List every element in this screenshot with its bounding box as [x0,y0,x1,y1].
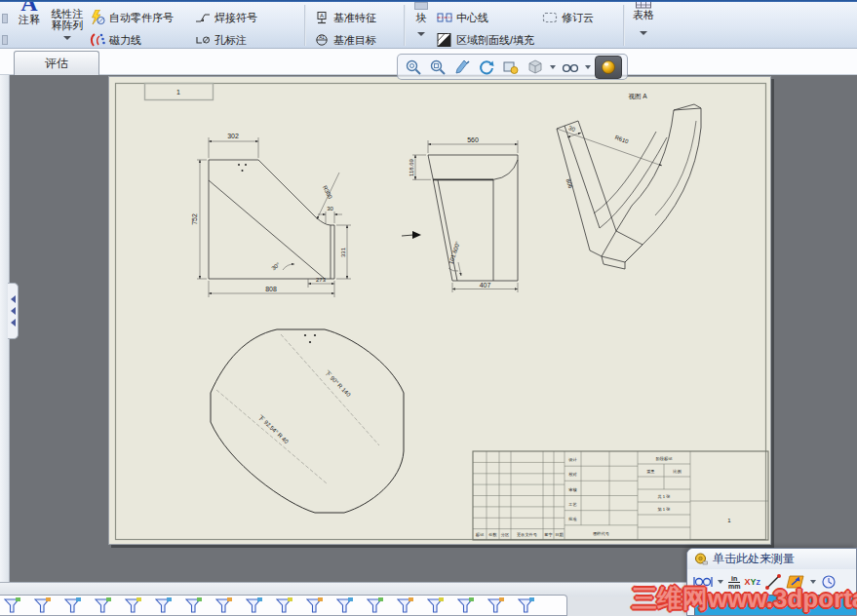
title-block-cell: 处数 [488,532,497,537]
rotate-view-icon [478,58,495,76]
revision-cloud-button[interactable]: 修订云 [542,8,594,27]
filter-funnel-icon[interactable] [185,597,202,615]
sheet-zone-label: 1 [176,89,180,96]
datum-target-button[interactable]: A1 基准目标 [314,30,376,49]
appearance-button[interactable] [595,56,622,79]
revision-cloud-icon [542,10,558,25]
display-style-button[interactable] [560,57,581,78]
selection-filter-toolbar [0,595,567,616]
zoom-area-button[interactable] [427,57,448,78]
datum-feature-icon: A [314,10,330,25]
drawing-view-a[interactable]: 视图 A R610 30 806 [557,93,701,269]
block-icon [414,2,428,10]
centerline-icon [437,10,452,25]
ribbon-separator [623,5,625,46]
title-block-cell: 更改文件号 [517,532,538,537]
dim-text: 30° [270,261,281,272]
filter-funnel-icon[interactable] [4,597,20,615]
chevron-down-icon[interactable] [550,65,556,69]
datum-feature-label: 基准特征 [333,11,376,25]
revision-cloud-label: 修订云 [562,11,594,25]
appearance-sphere-icon [601,59,616,75]
filter-funnel-icon[interactable] [276,597,292,615]
drawing-view-front[interactable]: 302 752 808 273 331 30 R300 30° [191,133,351,297]
title-block-cell: 审核 [568,487,577,492]
title-block-cell: 标记 [476,532,485,538]
clipped-toolbar-icon [2,14,8,23]
chevron-left-icon [11,295,16,303]
view-direction-arrow [402,231,421,239]
filter-funnel-icon[interactable] [125,597,141,615]
title-block-cell: 工艺 [567,502,577,507]
sheet-inner-frame [116,84,766,540]
view-orientation-icon [526,58,544,76]
auto-balloon-label: 自动零件序号 [109,11,174,25]
rotate-view-button[interactable] [476,57,497,78]
linear-note-pattern-label: 线性注释阵列 [50,8,85,31]
tab-evaluate[interactable]: 评估 [14,51,99,75]
dim-text: 30 [568,125,577,133]
title-block-cell: 设计 [568,457,577,462]
filter-funnel-icon[interactable] [306,597,323,615]
dim-text: R300 [322,184,333,200]
title-block-cell: 阶段标记 [656,456,674,462]
filter-funnel-icon[interactable] [367,597,383,615]
table-button[interactable]: 表格 [628,2,659,49]
filter-funnel-icon[interactable] [155,597,172,615]
auto-balloon-icon [90,10,105,25]
title-block-cell: 校对 [568,472,577,477]
title-block-cell: 第 1 张 [657,507,671,512]
area-hatch-button[interactable]: 区域剖面线/填充 [437,30,534,49]
dim-text: 560 [467,136,479,143]
hole-callout-label: 孔标注 [214,33,247,48]
filter-funnel-icon[interactable] [427,597,444,615]
title-block-cell: 分区 [501,532,510,537]
3d-drawing-view-button[interactable] [500,57,522,78]
weld-symbol-button[interactable]: 焊接符号 [195,8,257,27]
view-orientation-button[interactable] [525,57,546,78]
drawing-sheet-svg: 1 302 752 808 [109,77,772,546]
linear-note-pattern-button[interactable]: 线性注释阵列 [47,2,88,49]
clipped-toolbar-icon [2,35,8,45]
drawing-sheet[interactable]: 1 302 752 808 [108,76,771,545]
bend-note: 下 90° R 140 [324,369,352,398]
pan-zoom-button[interactable] [451,57,473,78]
magnetic-line-button[interactable]: 磁力线 [90,30,141,49]
note-button[interactable]: A 注释 [12,2,47,49]
hole-callout-icon [195,32,211,48]
measure-dialog-header[interactable]: 单击此处来测量 [687,549,856,569]
drawing-view-side[interactable]: 560 118.69 407 101.600° [402,136,518,293]
zoom-fit-icon [405,58,422,76]
hole-callout-button[interactable]: 孔标注 [195,30,247,49]
command-manager-ribbon: A 注释 线性注释阵列 自动零件序号 磁力线 焊接符号 [0,2,857,49]
zoom-area-icon [429,58,447,76]
filter-funnel-icon[interactable] [336,597,353,615]
pan-zoom-icon [453,58,471,76]
filter-funnel-icon[interactable] [518,597,534,615]
magnetic-line-icon [90,32,105,48]
title-block-cell: 批准 [567,517,577,521]
filter-funnel-icon[interactable] [246,597,262,615]
dim-text: 118.69 [409,158,414,176]
filter-funnel-icon[interactable] [95,597,111,615]
filter-funnel-icon[interactable] [64,597,81,615]
area-hatch-icon [437,32,452,48]
zoom-fit-button[interactable] [403,57,424,78]
chevron-down-icon[interactable] [585,65,591,69]
dim-text: 808 [265,286,277,292]
panel-expand-handle[interactable] [8,283,19,339]
dim-text: 407 [480,282,491,289]
auto-balloon-button[interactable]: 自动零件序号 [90,8,174,27]
filter-funnel-icon[interactable] [34,597,51,615]
block-button[interactable]: 块 [409,2,433,49]
centerline-button[interactable]: 中心线 [437,8,488,27]
bend-note: 下 92.54° R 40 [257,414,290,445]
weld-symbol-label: 焊接符号 [214,11,257,25]
drawing-view-flat-pattern[interactable]: 下 90° R 140 下 92.54° R 40 [211,329,404,513]
dim-text: 30 [327,206,333,212]
filter-funnel-icon[interactable] [215,597,232,615]
filter-funnel-icon[interactable] [487,597,504,615]
datum-feature-button[interactable]: A 基准特征 [314,8,376,27]
filter-funnel-icon[interactable] [457,597,474,615]
filter-funnel-icon[interactable] [397,597,413,615]
